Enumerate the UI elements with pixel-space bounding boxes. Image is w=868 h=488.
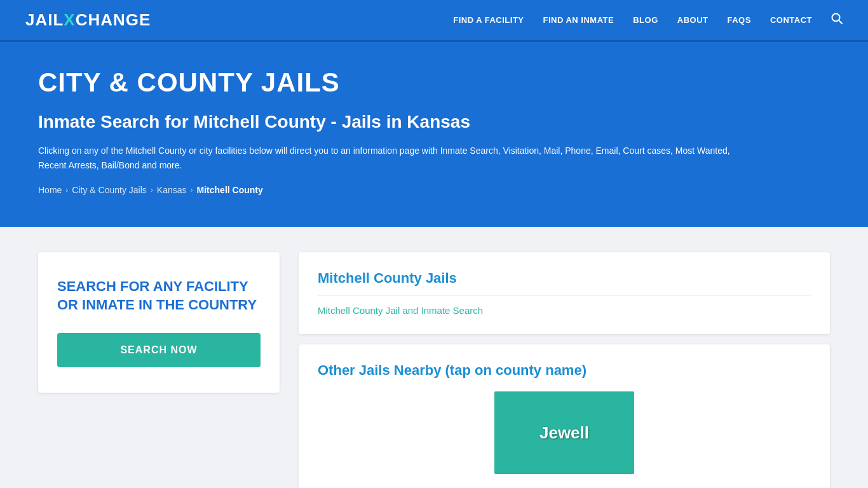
nearby-card-title: Other Jails Nearby (tap on county name) <box>318 362 811 379</box>
breadcrumb-current: Mitchell County <box>197 185 263 195</box>
main-nav: FIND A FACILITY FIND AN INMATE BLOG ABOU… <box>453 13 843 27</box>
facility-card-title: Mitchell County Jails <box>318 270 811 287</box>
breadcrumb-sep-2: › <box>151 186 153 194</box>
svg-line-1 <box>839 20 842 24</box>
main-content: SEARCH FOR ANY FACILITY OR INMATE IN THE… <box>0 227 868 488</box>
breadcrumb-city-county[interactable]: City & County Jails <box>72 185 146 195</box>
map-tile-jewell[interactable]: Jewell <box>494 391 634 474</box>
site-logo[interactable]: JAILXCHANGE <box>25 10 151 30</box>
facility-link[interactable]: Mitchell County Jail and Inmate Search <box>318 305 483 316</box>
search-icon-button[interactable] <box>831 13 843 27</box>
page-title: CITY & COUNTY JAILS <box>38 67 830 98</box>
search-panel: SEARCH FOR ANY FACILITY OR INMATE IN THE… <box>38 252 280 393</box>
facility-divider <box>318 295 811 296</box>
logo-change: CHANGE <box>76 10 151 30</box>
nav-faqs[interactable]: FAQs <box>728 15 751 25</box>
logo-jail: JAIL <box>25 10 64 30</box>
nav-about[interactable]: ABOUT <box>677 15 709 25</box>
map-container: Jewell <box>318 391 811 474</box>
breadcrumb-state[interactable]: Kansas <box>157 185 187 195</box>
facility-card: Mitchell County Jails Mitchell County Ja… <box>299 252 830 334</box>
breadcrumb-sep-1: › <box>65 186 68 194</box>
breadcrumb-home[interactable]: Home <box>38 185 62 195</box>
page-description: Clicking on any of the Mitchell County o… <box>38 144 737 172</box>
nearby-card: Other Jails Nearby (tap on county name) … <box>299 344 830 488</box>
search-icon <box>831 13 843 24</box>
right-panel: Mitchell County Jails Mitchell County Ja… <box>299 252 830 488</box>
hero-section: CITY & COUNTY JAILS Inmate Search for Mi… <box>0 42 868 227</box>
nav-find-inmate[interactable]: FIND AN INMATE <box>543 15 614 25</box>
search-cta-text: SEARCH FOR ANY FACILITY OR INMATE IN THE… <box>57 278 261 314</box>
map-tile-label: Jewell <box>539 423 589 443</box>
site-header: JAILXCHANGE FIND A FACILITY FIND AN INMA… <box>0 0 868 42</box>
breadcrumb: Home › City & County Jails › Kansas › Mi… <box>38 185 830 195</box>
search-now-button[interactable]: SEARCH NOW <box>57 333 261 367</box>
page-subtitle: Inmate Search for Mitchell County - Jail… <box>38 111 830 133</box>
logo-x: X <box>64 10 75 30</box>
nav-contact[interactable]: CONTACT <box>770 15 812 25</box>
nav-blog[interactable]: BLOG <box>633 15 658 25</box>
nav-find-facility[interactable]: FIND A FACILITY <box>453 15 524 25</box>
breadcrumb-sep-3: › <box>191 186 193 194</box>
